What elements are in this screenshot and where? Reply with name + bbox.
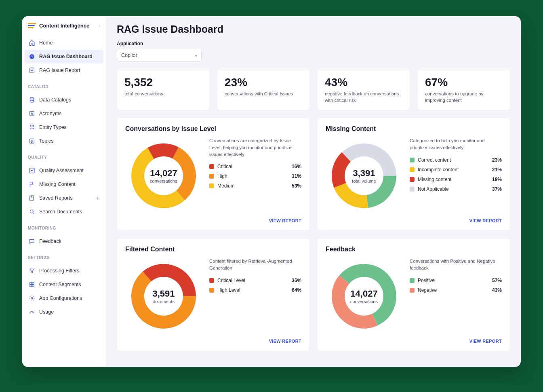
donut-chart: 14,027conversations xyxy=(326,258,402,335)
sidebar-item-label: Missing Content xyxy=(39,181,76,187)
db-icon xyxy=(29,97,35,103)
donut-center: 3,591documents xyxy=(125,258,202,335)
nav-main: HomeRAG Issue DashboardRAG Issue Report xyxy=(22,34,106,80)
donut-chart: 3,591documents xyxy=(125,258,202,335)
plus-icon[interactable]: + xyxy=(96,195,99,201)
application-select[interactable]: Copilot ▾ xyxy=(117,49,202,62)
legend-name: Not Applicable xyxy=(418,186,489,192)
chat-icon xyxy=(29,238,35,244)
legend-swatch xyxy=(410,187,415,192)
svg-rect-12 xyxy=(30,282,32,285)
sidebar-item-missing-content[interactable]: Missing Content xyxy=(25,177,103,191)
chart-legend: Conversations are categorized by Issue L… xyxy=(209,137,301,214)
legend-name: Medium xyxy=(217,183,288,189)
sidebar-item-usage[interactable]: Usage xyxy=(25,305,103,319)
sidebar-item-home[interactable]: Home xyxy=(25,36,103,50)
donut-center: 14,027conversations xyxy=(326,258,402,335)
sidebar-item-feedback[interactable]: Feedback xyxy=(25,234,103,248)
sidebar-item-label: Quality Assessment xyxy=(39,168,84,173)
sidebar-item-label: RAG Issue Report xyxy=(39,67,80,73)
sidebar-item-topics[interactable]: Topics xyxy=(25,134,103,148)
report-icon xyxy=(29,67,35,74)
chart-description: Conversations with Positive and Negative… xyxy=(410,258,502,271)
donut-center-value: 3,591 xyxy=(152,289,175,299)
kpi-label: negative feedback on conversations with … xyxy=(325,91,402,103)
sidebar-item-data-catalogs[interactable]: Data Catalogs xyxy=(25,93,103,107)
donut-center: 14,027conversations xyxy=(125,137,202,214)
legend-item: High Level64% xyxy=(209,285,301,295)
sidebar-item-processing-filters[interactable]: Processing Filters xyxy=(25,264,103,278)
donut-center-sub: total volume xyxy=(352,179,376,183)
view-report-link[interactable]: VIEW REPORT xyxy=(269,339,301,344)
sidebar-item-app-configurations[interactable]: App Configurations xyxy=(25,291,103,305)
donut-center: 3,391total volume xyxy=(326,137,402,214)
collapse-sidebar-icon[interactable]: ‹ xyxy=(99,23,100,28)
kpi-value: 43% xyxy=(325,76,402,89)
topic-icon xyxy=(29,138,35,144)
section-monitoring: MONITORING xyxy=(22,221,106,232)
kpi-label: conversations with Critical Issues xyxy=(225,91,302,97)
view-report-link[interactable]: VIEW REPORT xyxy=(469,339,502,344)
legend-name: Critical xyxy=(217,164,288,169)
chart-title: Filtered Content xyxy=(125,246,301,253)
kpi-card-3: 67%conversations to upgrade by improving… xyxy=(417,69,510,110)
sidebar-item-quality-assessment[interactable]: Quality Assessment xyxy=(25,164,103,177)
chart-legend: Categorized to help you monitor and prio… xyxy=(410,137,502,214)
legend-name: High xyxy=(217,173,288,179)
svg-rect-14 xyxy=(30,285,32,287)
nav-settings: Processing FiltersContent SegmentsApp Co… xyxy=(22,261,106,321)
chart-card-feedback: Feedback14,027conversationsConversations… xyxy=(317,238,510,351)
chart-icon xyxy=(29,167,35,174)
legend-item: Incomplete content21% xyxy=(410,165,502,175)
donut-chart: 3,391total volume xyxy=(326,137,402,214)
section-quality: QUALITY xyxy=(22,150,106,161)
sidebar: Content Intelligence ‹ HomeRAG Issue Das… xyxy=(22,16,106,367)
legend-item: Not Applicable37% xyxy=(410,184,502,194)
sidebar-item-rag-issue-dashboard[interactable]: RAG Issue Dashboard xyxy=(25,50,103,63)
application-filter-label: Application xyxy=(117,41,510,46)
svg-point-7 xyxy=(33,128,34,129)
sidebar-item-label: Feedback xyxy=(39,238,61,244)
application-select-value: Copilot xyxy=(121,53,137,58)
gear-icon xyxy=(29,295,35,301)
sidebar-item-acronyms[interactable]: Acronyms xyxy=(25,107,103,120)
kpi-label: conversations to upgrade by improving co… xyxy=(425,91,503,103)
sidebar-item-label: Content Segments xyxy=(39,282,81,287)
sidebar-item-label: Processing Filters xyxy=(39,268,79,274)
sidebar-item-label: Topics xyxy=(39,138,53,144)
svg-rect-10 xyxy=(30,196,34,200)
chart-legend: Conversations with Positive and Negative… xyxy=(410,258,502,335)
legend-item: Critical Level36% xyxy=(209,276,301,285)
kpi-value: 5,352 xyxy=(124,76,202,89)
home-icon xyxy=(29,40,35,46)
sidebar-item-rag-issue-report[interactable]: RAG Issue Report xyxy=(25,63,103,77)
kpi-row: 5,352total conversations23%conversations… xyxy=(117,69,510,110)
chart-card-filtered-content: Filtered Content3,591documentsContent fi… xyxy=(117,238,310,351)
app-window: Content Intelligence ‹ HomeRAG Issue Das… xyxy=(22,16,521,367)
search-icon xyxy=(29,209,35,215)
view-report-link[interactable]: VIEW REPORT xyxy=(469,218,502,223)
svg-rect-13 xyxy=(32,282,34,285)
legend-name: Critical Level xyxy=(217,278,288,283)
legend-value: 37% xyxy=(492,186,502,192)
sidebar-item-label: Acronyms xyxy=(39,111,62,116)
chart-title: Feedback xyxy=(326,246,502,253)
dots-icon xyxy=(29,124,35,131)
chart-card-missing-content: Missing Content3,391total volumeCategori… xyxy=(317,118,510,231)
legend-value: 57% xyxy=(492,278,502,283)
sidebar-item-saved-reports[interactable]: Saved Reports+ xyxy=(25,191,103,205)
legend-value: 21% xyxy=(492,167,502,173)
brand-logo-icon xyxy=(28,23,36,29)
legend-name: Negative xyxy=(418,287,489,293)
view-report-link[interactable]: VIEW REPORT xyxy=(269,218,301,223)
sidebar-item-content-segments[interactable]: Content Segments xyxy=(25,278,103,291)
legend-item: Negative43% xyxy=(410,285,502,295)
legend-value: 64% xyxy=(292,287,301,293)
legend-swatch xyxy=(209,164,214,169)
legend-item: Medium53% xyxy=(209,181,301,191)
sidebar-item-search-documents[interactable]: Search Documents xyxy=(25,205,103,219)
section-settings: SETTINGS xyxy=(22,251,106,261)
chart-card-issue-level: Conversations by Issue Level14,027conver… xyxy=(117,118,310,231)
sidebar-item-label: Entity Types xyxy=(39,124,67,130)
sidebar-item-entity-types[interactable]: Entity Types xyxy=(25,120,103,134)
